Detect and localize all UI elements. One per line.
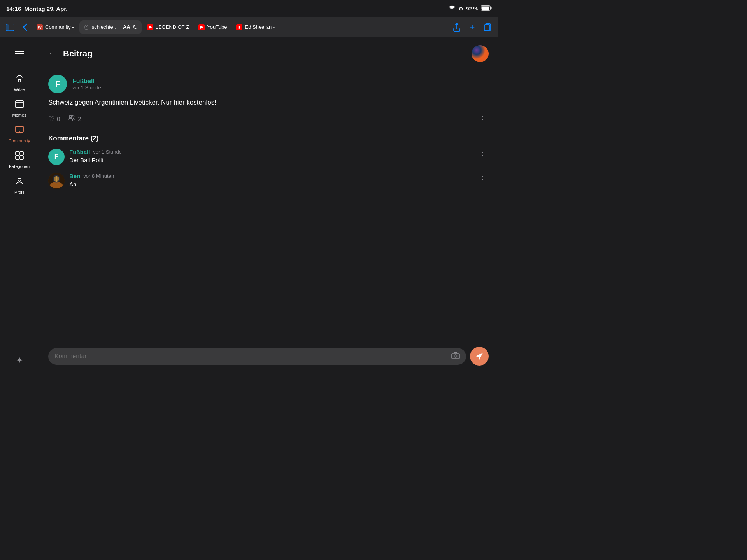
- sidebar-label-profil: Profil: [14, 190, 24, 194]
- tab-favicon-edsheeran: ◗: [236, 24, 242, 30]
- svg-rect-17: [16, 156, 19, 159]
- participants-button[interactable]: 2: [68, 115, 81, 123]
- svg-rect-13: [16, 101, 23, 108]
- browser-back-button[interactable]: [19, 21, 31, 33]
- svg-rect-9: [484, 24, 490, 31]
- sidebar-bottom: ✦: [16, 355, 23, 366]
- svg-rect-2: [491, 7, 492, 9]
- post-card: F Fußball vor 1 Stunde Schweiz gegen Arg…: [48, 72, 489, 131]
- send-button[interactable]: [470, 347, 489, 366]
- comment-text-2: Ah: [69, 181, 76, 187]
- comment-time-2: vor 8 Minuten: [83, 173, 114, 179]
- comment-more-button-1[interactable]: ⋮: [476, 149, 489, 161]
- comment-more-button-2[interactable]: ⋮: [476, 173, 489, 185]
- svg-rect-14: [16, 126, 23, 132]
- tab-label-community: Community -: [45, 24, 74, 30]
- add-tab-button[interactable]: +: [465, 20, 479, 34]
- tab-favicon-schlechtewitze: [83, 24, 89, 30]
- tab-label-legend: LEGEND OF Z: [156, 24, 189, 30]
- svg-point-20: [472, 45, 489, 62]
- comment-author-1: Fußball: [69, 149, 90, 155]
- comment-input[interactable]: [54, 353, 447, 360]
- post-author-name: Fußball: [72, 78, 101, 85]
- status-time: 14:16: [6, 5, 21, 12]
- tab-label-edsheeran: Ed Sheeran -: [245, 24, 275, 30]
- tab-favicon-legend: ▶: [147, 24, 153, 30]
- sidebar-item-witze[interactable]: Witze: [4, 70, 35, 96]
- tab-legend[interactable]: ▶ LEGEND OF Z: [143, 20, 193, 34]
- status-time-area: 14:16 Montag 29. Apr.: [6, 5, 68, 12]
- svg-rect-18: [20, 156, 23, 159]
- sidebar-label-kategorien: Kategorien: [9, 164, 30, 169]
- post-author-avatar: F: [48, 75, 67, 93]
- tab-schlechtewitze[interactable]: schlechtewitze.com AA ↻: [79, 20, 142, 34]
- back-button[interactable]: ←: [48, 49, 57, 59]
- people-icon: [68, 115, 75, 123]
- share-button[interactable]: [450, 20, 464, 34]
- sidebar-item-profil[interactable]: Profil: [4, 173, 35, 198]
- community-icon: [15, 125, 24, 137]
- post-meta: Fußball vor 1 Stunde: [72, 78, 101, 91]
- sidebar-label-witze: Witze: [14, 87, 25, 92]
- post-more-button[interactable]: ⋮: [476, 113, 489, 125]
- comment-body-1: Fußball vor 1 Stunde Der Ball Rollt: [69, 149, 472, 165]
- svg-point-7: [86, 26, 87, 27]
- sidebar-label-community: Community: [9, 138, 30, 143]
- tab-edsheeran[interactable]: ◗ Ed Sheeran -: [232, 20, 279, 34]
- sidebar-item-memes[interactable]: Memes: [4, 96, 35, 121]
- tab-bar: W Community - schlechtewitze.com AA ↻ ▶ …: [33, 20, 448, 34]
- sidebar: Witze Memes Community: [0, 37, 39, 373]
- tabs-overview-button[interactable]: [481, 20, 495, 34]
- browser-chrome: W Community - schlechtewitze.com AA ↻ ▶ …: [0, 17, 498, 37]
- battery-percent: 92 %: [466, 6, 478, 12]
- page-title: Beitrag: [63, 49, 93, 59]
- status-icons: ⊕ 92 %: [449, 5, 492, 12]
- tab-community[interactable]: W Community -: [33, 20, 78, 34]
- comment-avatar-ben: [48, 173, 65, 189]
- svg-point-19: [18, 178, 21, 181]
- header-avatar[interactable]: [472, 45, 489, 62]
- tab-youtube[interactable]: ▶ YouTube: [195, 20, 231, 34]
- sidebar-menu-button[interactable]: [11, 45, 28, 62]
- heart-icon: ♡: [48, 115, 54, 123]
- tab-label-youtube: YouTube: [207, 24, 227, 30]
- svg-rect-3: [482, 6, 489, 10]
- svg-point-24: [50, 182, 63, 188]
- svg-rect-16: [20, 152, 23, 155]
- comment-input-wrapper: [48, 348, 466, 365]
- svg-point-30: [454, 355, 457, 357]
- camera-icon[interactable]: [451, 352, 460, 361]
- svg-rect-29: [452, 354, 459, 359]
- comment-body-2: Ben vor 8 Minuten Ah: [69, 173, 472, 189]
- post-time: vor 1 Stunde: [72, 85, 101, 91]
- post-actions: ♡ 0 2 ⋮: [48, 113, 489, 125]
- post-area: F Fußball vor 1 Stunde Schweiz gegen Arg…: [39, 68, 498, 342]
- comment-text-1: Der Ball Rollt: [69, 157, 103, 163]
- comment-item: F Fußball vor 1 Stunde Der Ball Rollt ⋮: [48, 149, 489, 165]
- sidebar-item-community[interactable]: Community: [4, 121, 35, 147]
- comment-header-2: Ben vor 8 Minuten: [69, 173, 472, 179]
- comment-time-1: vor 1 Stunde: [93, 149, 122, 155]
- profil-icon: [15, 177, 24, 188]
- svg-point-21: [69, 116, 72, 118]
- svg-rect-5: [6, 24, 9, 31]
- sidebar-toggle-button[interactable]: [3, 20, 17, 34]
- comment-header-1: Fußball vor 1 Stunde: [69, 149, 472, 155]
- content-area: ← Beitrag: [39, 37, 498, 373]
- sidebar-item-kategorien[interactable]: Kategorien: [4, 147, 35, 173]
- battery-icon: [481, 5, 492, 12]
- comment-input-bar: [39, 342, 498, 373]
- like-button[interactable]: ♡ 0: [48, 115, 60, 123]
- reload-button[interactable]: ↻: [133, 23, 138, 31]
- kategorien-icon: [15, 151, 24, 163]
- post-header: F Fußball vor 1 Stunde: [48, 75, 489, 93]
- like-count: 0: [57, 116, 60, 122]
- svg-rect-15: [16, 152, 19, 155]
- browser-actions: +: [450, 20, 495, 34]
- comments-section: Kommentare (2) F Fußball vor 1 Stunde De…: [48, 135, 489, 189]
- sidebar-label-memes: Memes: [12, 113, 26, 117]
- aa-button[interactable]: AA: [123, 24, 130, 30]
- main-layout: Witze Memes Community: [0, 37, 498, 373]
- tab-favicon-youtube: ▶: [198, 24, 205, 30]
- comments-title: Kommentare (2): [48, 135, 489, 142]
